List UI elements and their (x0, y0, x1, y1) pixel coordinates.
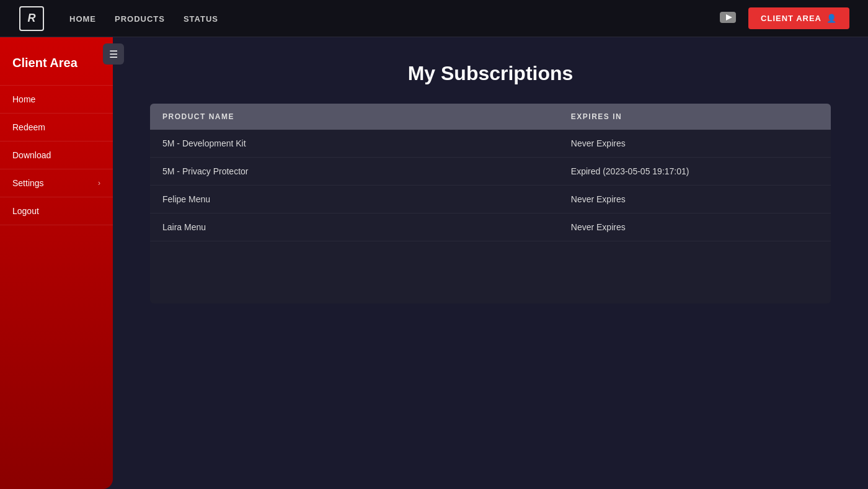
expires-in-cell: Never Expires (559, 130, 831, 158)
empty-row (150, 241, 831, 303)
table-row: 5M - Development KitNever Expires (150, 130, 831, 158)
expires-in-cell: Never Expires (559, 213, 831, 241)
sidebar-item-logout: Logout (0, 197, 113, 225)
table-row: Laira MenuNever Expires (150, 213, 831, 241)
page-layout: ☰ Client Area HomeRedeemDownloadSettings… (0, 37, 868, 489)
sidebar-toggle-button[interactable]: ☰ (103, 43, 124, 65)
sidebar-item-download: Download (0, 141, 113, 169)
logo-letter: R (28, 12, 36, 25)
sidebar-item-redeem: Redeem (0, 114, 113, 141)
sidebar-label-logout: Logout (12, 206, 39, 216)
table-header: PRODUCT NAMEEXPIRES IN (150, 104, 831, 130)
chevron-right-icon: › (98, 179, 100, 187)
table-row: Felipe MenuNever Expires (150, 186, 831, 213)
nav-item-status: STATUS (184, 13, 218, 24)
sidebar-title: Client Area (0, 50, 113, 85)
logo: R (19, 6, 45, 32)
product-name-cell: Laira Menu (150, 213, 559, 241)
product-name-cell: 5M - Privacy Protector (150, 158, 559, 186)
sidebar-item-settings: Settings› (0, 169, 113, 197)
hamburger-icon: ☰ (109, 48, 118, 60)
subscriptions-table: PRODUCT NAMEEXPIRES IN 5M - Development … (150, 104, 831, 303)
sidebar-label-redeem: Redeem (12, 122, 45, 132)
sidebar: ☰ Client Area HomeRedeemDownloadSettings… (0, 37, 113, 489)
expires-in-cell: Expired (2023-05-05 19:17:01) (559, 158, 831, 186)
nav-item-home: HOME (69, 13, 96, 24)
sidebar-link-download[interactable]: Download (0, 141, 113, 169)
col-header-product_name: PRODUCT NAME (150, 104, 559, 130)
page-title: My Subscriptions (150, 62, 831, 85)
sidebar-link-home[interactable]: Home (0, 86, 113, 113)
sidebar-link-settings[interactable]: Settings› (0, 169, 113, 197)
nav-left: R HOMEPRODUCTSSTATUS (19, 6, 218, 32)
youtube-icon[interactable] (720, 11, 736, 27)
expires-in-cell: Never Expires (559, 186, 831, 213)
nav-link-home[interactable]: HOME (69, 14, 96, 24)
sidebar-label-settings: Settings (12, 178, 44, 188)
logo-box: R (19, 6, 44, 31)
empty-cell (150, 241, 831, 303)
nav-item-products: PRODUCTS (115, 13, 165, 24)
nav-link-status[interactable]: STATUS (184, 14, 218, 24)
sidebar-label-home: Home (12, 94, 35, 104)
sidebar-label-download: Download (12, 150, 51, 160)
client-area-label: CLIENT AREA (761, 14, 822, 23)
client-area-button[interactable]: CLIENT AREA 👤 (748, 7, 849, 29)
product-name-cell: 5M - Development Kit (150, 130, 559, 158)
table-row: 5M - Privacy ProtectorExpired (2023-05-0… (150, 158, 831, 186)
sidebar-link-redeem[interactable]: Redeem (0, 114, 113, 141)
nav-right: CLIENT AREA 👤 (720, 7, 849, 29)
navbar: R HOMEPRODUCTSSTATUS CLIENT AREA 👤 (0, 0, 868, 37)
nav-links: HOMEPRODUCTSSTATUS (69, 13, 218, 24)
product-name-cell: Felipe Menu (150, 186, 559, 213)
sidebar-link-logout[interactable]: Logout (0, 197, 113, 225)
sidebar-nav: HomeRedeemDownloadSettings›Logout (0, 85, 113, 225)
sidebar-item-home: Home (0, 85, 113, 114)
main-content: My Subscriptions PRODUCT NAMEEXPIRES IN … (113, 37, 868, 489)
col-header-expires_in: EXPIRES IN (559, 104, 831, 130)
user-icon: 👤 (826, 14, 837, 23)
nav-link-products[interactable]: PRODUCTS (115, 14, 165, 24)
